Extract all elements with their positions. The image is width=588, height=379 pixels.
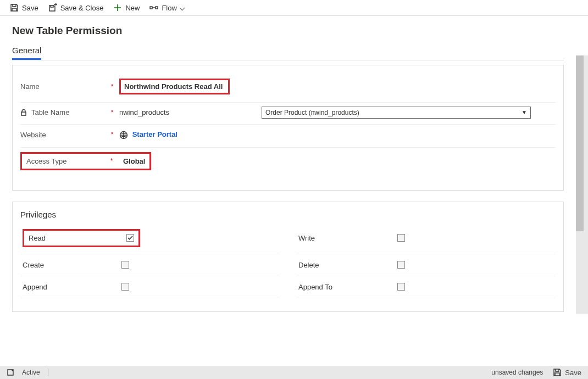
form-content: New Table Permission General Name * Nort… bbox=[0, 16, 576, 323]
status-active: Active bbox=[22, 369, 40, 376]
access-type-field[interactable]: Global bbox=[115, 157, 145, 165]
page-title: New Table Permission bbox=[12, 25, 564, 37]
dropdown-selected: Order Product (nwind_products) bbox=[265, 109, 359, 116]
append-checkbox[interactable] bbox=[121, 283, 129, 291]
name-label: Name bbox=[20, 82, 40, 91]
create-label: Create bbox=[23, 261, 121, 269]
website-link[interactable]: Starter Portal bbox=[132, 130, 177, 138]
read-checkbox[interactable] bbox=[126, 234, 134, 242]
plus-icon bbox=[113, 3, 122, 12]
create-row: Create bbox=[20, 254, 280, 276]
required-asterisk: * bbox=[108, 83, 116, 91]
append-label: Append bbox=[23, 283, 121, 291]
delete-label: Delete bbox=[298, 261, 397, 269]
save-close-icon bbox=[48, 3, 57, 12]
write-checkbox[interactable] bbox=[397, 234, 405, 242]
table-name-row: Table Name * nwind_products Order Produc… bbox=[20, 103, 556, 125]
command-bar: Save Save & Close New Flow bbox=[0, 0, 588, 16]
access-type-row: Access Type * Global bbox=[20, 148, 556, 177]
save-icon bbox=[553, 368, 562, 377]
new-button[interactable]: New bbox=[113, 3, 140, 12]
status-save-button[interactable]: Save bbox=[553, 368, 581, 377]
access-type-label: Access Type bbox=[26, 157, 66, 165]
new-label: New bbox=[125, 4, 140, 12]
edit-status-icon bbox=[7, 369, 14, 376]
website-label: Website bbox=[20, 131, 46, 139]
status-save-label: Save bbox=[565, 369, 581, 377]
tab-bar: General bbox=[12, 43, 564, 60]
tab-general[interactable]: General bbox=[12, 43, 41, 60]
create-checkbox[interactable] bbox=[121, 261, 129, 269]
globe-icon bbox=[119, 131, 128, 140]
svg-rect-1 bbox=[156, 7, 158, 9]
save-button[interactable]: Save bbox=[10, 3, 38, 12]
scrollbar-thumb[interactable] bbox=[576, 55, 584, 231]
delete-row: Delete bbox=[296, 254, 556, 276]
save-close-label: Save & Close bbox=[60, 4, 104, 12]
delete-checkbox[interactable] bbox=[397, 261, 405, 269]
append-to-label: Append To bbox=[298, 283, 397, 291]
read-row: Read bbox=[20, 222, 280, 254]
privileges-heading: Privileges bbox=[20, 210, 556, 219]
table-lookup-dropdown[interactable]: Order Product (nwind_products) ▼ bbox=[262, 107, 531, 119]
name-row: Name * Northwind Products Read All bbox=[20, 73, 556, 103]
read-label: Read bbox=[29, 234, 46, 242]
append-to-row: Append To bbox=[296, 276, 556, 298]
append-row: Append bbox=[20, 276, 280, 298]
append-to-checkbox[interactable] bbox=[397, 283, 405, 291]
save-and-close-button[interactable]: Save & Close bbox=[48, 3, 104, 12]
lock-icon bbox=[20, 109, 27, 116]
flow-button[interactable]: Flow bbox=[149, 3, 184, 12]
name-field[interactable]: Northwind Products Read All bbox=[119, 79, 230, 94]
website-row: Website * Starter Portal bbox=[20, 125, 556, 148]
general-panel: Name * Northwind Products Read All Table… bbox=[12, 65, 564, 191]
scrollbar[interactable] bbox=[576, 55, 588, 314]
divider bbox=[48, 369, 48, 376]
required-asterisk: * bbox=[108, 109, 116, 116]
table-name-label: Table Name bbox=[31, 108, 69, 116]
save-label: Save bbox=[22, 4, 38, 12]
privileges-panel: Privileges Read Write Create Delete bbox=[12, 202, 564, 312]
required-asterisk: * bbox=[108, 157, 115, 165]
write-label: Write bbox=[298, 234, 397, 242]
chevron-down-icon bbox=[179, 5, 185, 10]
flow-icon bbox=[149, 3, 158, 12]
dropdown-arrow-icon: ▼ bbox=[522, 109, 527, 115]
status-bar: Active unsaved changes Save bbox=[0, 366, 588, 379]
required-asterisk: * bbox=[108, 131, 116, 138]
write-row: Write bbox=[296, 222, 556, 254]
unsaved-indicator: unsaved changes bbox=[491, 369, 543, 376]
table-name-field[interactable]: nwind_products bbox=[119, 108, 169, 116]
svg-rect-0 bbox=[150, 7, 152, 9]
save-icon bbox=[10, 3, 19, 12]
flow-label: Flow bbox=[162, 4, 176, 12]
